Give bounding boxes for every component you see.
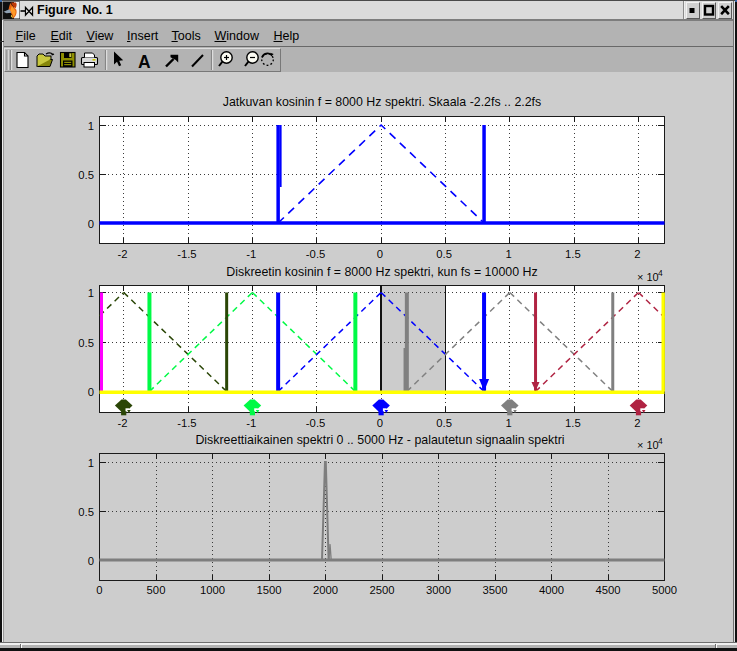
svg-text:2: 2 [634, 417, 640, 429]
svg-text:4500: 4500 [595, 584, 620, 596]
svg-text:2500: 2500 [369, 584, 394, 596]
svg-text:4: 4 [658, 436, 663, 446]
svg-text:-0.5: -0.5 [306, 248, 325, 260]
svg-text:0: 0 [88, 386, 94, 398]
svg-text:-1: -1 [246, 248, 256, 260]
svg-text:0: 0 [96, 584, 102, 596]
svg-text:2000: 2000 [313, 584, 338, 596]
svg-text:Diskreetin kosinin f = 8000 Hz: Diskreetin kosinin f = 8000 Hz spektri, … [226, 265, 537, 279]
svg-text:1000: 1000 [200, 584, 225, 596]
svg-text:Jatkuvan kosinin f = 8000 Hz s: Jatkuvan kosinin f = 8000 Hz spektri. Sk… [223, 95, 542, 109]
svg-text:0.5: 0.5 [436, 417, 452, 429]
svg-text:1: 1 [88, 457, 94, 469]
svg-text:5000: 5000 [652, 584, 677, 596]
svg-text:1: 1 [88, 287, 94, 299]
svg-text:-1: -1 [246, 417, 256, 429]
svg-text:0.5: 0.5 [436, 248, 452, 260]
svg-text:× 10: × 10 [637, 271, 659, 283]
svg-text:0: 0 [377, 248, 383, 260]
svg-text:2: 2 [634, 248, 640, 260]
svg-text:-1.5: -1.5 [177, 417, 196, 429]
svg-text:4000: 4000 [539, 584, 564, 596]
svg-text:1.5: 1.5 [565, 248, 581, 260]
svg-text:1500: 1500 [256, 584, 281, 596]
svg-text:4: 4 [658, 268, 663, 278]
svg-text:0.5: 0.5 [78, 169, 94, 181]
svg-text:500: 500 [147, 584, 166, 596]
svg-text:3000: 3000 [426, 584, 451, 596]
svg-text:-2: -2 [117, 248, 127, 260]
svg-text:3500: 3500 [482, 584, 507, 596]
svg-text:× 10: × 10 [637, 439, 659, 451]
svg-text:1: 1 [88, 120, 94, 132]
svg-text:1: 1 [505, 417, 511, 429]
svg-text:0: 0 [88, 555, 94, 567]
svg-text:0.5: 0.5 [78, 337, 94, 349]
svg-text:0: 0 [88, 218, 94, 230]
svg-text:-0.5: -0.5 [306, 417, 325, 429]
svg-text:1: 1 [505, 248, 511, 260]
svg-text:-2: -2 [117, 417, 127, 429]
svg-text:1.5: 1.5 [565, 417, 581, 429]
svg-text:0.5: 0.5 [78, 506, 94, 518]
svg-text:Diskreettiaikainen spektri 0 .: Diskreettiaikainen spektri 0 .. 5000 Hz … [195, 433, 564, 447]
svg-text:0: 0 [377, 417, 383, 429]
svg-text:-1.5: -1.5 [177, 248, 196, 260]
